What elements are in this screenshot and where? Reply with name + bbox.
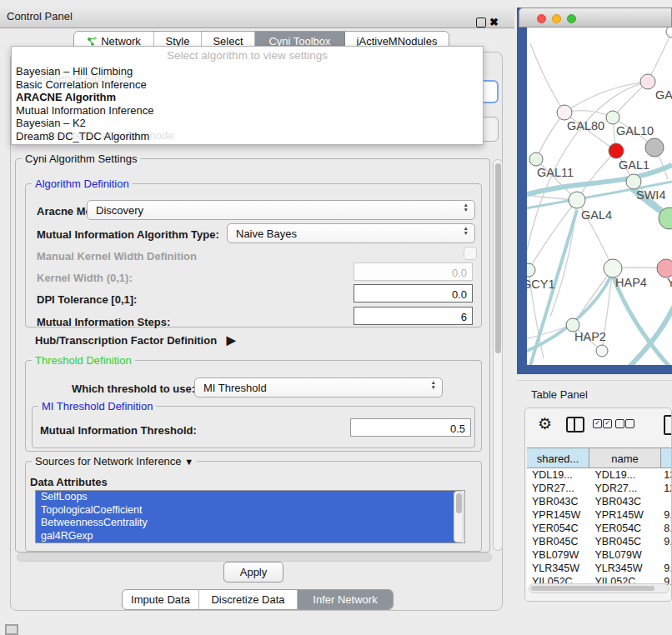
algorithm-option[interactable]: Bayesian – K2 xyxy=(12,117,483,130)
algorithm-placeholder: Select algorithm to view settings xyxy=(12,47,483,65)
kernel-width-input[interactable] xyxy=(354,262,473,281)
table-cell: 12 xyxy=(661,482,672,495)
table-row[interactable]: YLR345WYLR345W9. xyxy=(527,562,672,575)
tab-label: Discretize Data xyxy=(211,593,284,606)
algorithm-option[interactable]: Dream8 DC_TDC Algorithm xyxy=(12,130,483,143)
table-cell: YLR345W xyxy=(527,562,590,575)
network-node[interactable] xyxy=(645,138,664,157)
network-node[interactable] xyxy=(527,263,535,277)
table-row[interactable]: YBL079WYBL079W xyxy=(527,548,672,562)
table-cell: 13 xyxy=(661,468,672,482)
table-cell: YPR145W xyxy=(590,508,662,522)
data-attribute-item[interactable]: TopologicalCoefficient xyxy=(36,504,459,518)
control-panel-titlebar[interactable]: Control Panel ✖ xyxy=(0,7,514,28)
apply-button[interactable]: Apply xyxy=(223,562,283,582)
manual-kernel-checkbox[interactable] xyxy=(464,247,477,260)
checked-checkbox-icon[interactable]: ✓ xyxy=(593,419,602,428)
split-columns-icon[interactable] xyxy=(566,417,584,432)
network-node[interactable] xyxy=(666,28,672,38)
stepper-icon: ▲▼ xyxy=(431,380,436,389)
settings-scrollbar-thumb[interactable] xyxy=(495,163,501,353)
tab-infer-network[interactable]: Infer Network xyxy=(298,590,393,609)
network-node[interactable] xyxy=(640,74,655,89)
network-node[interactable] xyxy=(604,259,622,278)
mi-threshold-input[interactable] xyxy=(350,418,471,437)
dock-panel-icon[interactable] xyxy=(5,624,18,635)
algorithm-option[interactable]: Bayesian – Hill Climbing xyxy=(12,65,483,78)
table-row[interactable]: YBR045CYBR045C9. xyxy=(527,535,672,548)
network-node[interactable] xyxy=(557,105,572,120)
tab-discretize-data[interactable]: Discretize Data xyxy=(199,590,298,609)
table-row[interactable]: YBR043CYBR043C xyxy=(527,495,672,508)
which-threshold-select[interactable]: MI Threshold ▲▼ xyxy=(194,378,443,398)
table-panel-divider xyxy=(517,380,672,381)
table-column-header[interactable] xyxy=(661,448,672,468)
dpi-tolerance-input[interactable] xyxy=(354,284,473,302)
network-node-label: Y xyxy=(667,276,672,289)
algorithm-option[interactable]: Mutual Information Inference xyxy=(12,104,483,118)
algorithm-option[interactable]: Basic Correlation Inference xyxy=(12,78,483,92)
table-cell: YBL079W xyxy=(527,548,590,562)
data-attribute-item[interactable]: gal4RGexp xyxy=(36,530,459,543)
manual-kernel-label: Manual Kernel Width Definition xyxy=(37,250,197,262)
network-node[interactable] xyxy=(657,259,672,278)
collapsed-arrow-icon: ▶ xyxy=(227,333,236,347)
float-panel-icon[interactable] xyxy=(476,18,486,28)
table-row[interactable]: YDL19...YDL19...13 xyxy=(527,468,672,482)
network-node[interactable] xyxy=(606,111,619,124)
table-column-header[interactable]: name xyxy=(589,448,661,468)
aracne-mode-select[interactable]: Discovery ▲▼ xyxy=(87,200,475,220)
algorithm-definition-title: Algorithm Definition xyxy=(32,178,133,190)
algorithm-option[interactable]: ARACNE Algorithm xyxy=(12,91,483,104)
settings-scrollbar[interactable] xyxy=(493,159,503,551)
zoom-window-icon[interactable] xyxy=(567,14,576,23)
hub-section-toggle[interactable]: Hub/Transcription Factor Definition ▶ xyxy=(35,333,236,347)
data-attributes-list[interactable]: SelfLoopsTopologicalCoefficientBetweenne… xyxy=(35,490,465,543)
network-node-label: HAP2 xyxy=(574,330,606,343)
table-cell xyxy=(661,548,672,562)
table-column-header[interactable]: shared... xyxy=(527,448,589,468)
network-node-label: GAL4 xyxy=(581,208,612,222)
network-edge[interactable] xyxy=(564,82,648,112)
network-node[interactable] xyxy=(529,152,543,166)
minimize-window-icon[interactable] xyxy=(552,14,561,23)
threshold-definition-title: Threshold Definition xyxy=(32,354,135,367)
tab-label: Impute Data xyxy=(131,593,190,606)
attributes-scrollbar-thumb[interactable] xyxy=(456,493,462,513)
checked-checkbox-icon[interactable]: ✓ xyxy=(603,419,612,428)
table-cell: YPR145W xyxy=(527,508,590,522)
network-node[interactable] xyxy=(609,143,624,158)
screen: Control Panel ✖ NetworkStyleSelectCyni T… xyxy=(0,0,672,635)
mi-steps-input[interactable] xyxy=(354,307,473,325)
network-canvas[interactable]: GAL8GAL80GAL10GAL1GAL11SWI4GAL4GCY1HAP4Y… xyxy=(527,28,672,365)
network-node[interactable] xyxy=(626,174,641,189)
network-edge[interactable] xyxy=(530,43,564,112)
network-edge[interactable] xyxy=(536,112,564,159)
attributes-list-scrollbar[interactable] xyxy=(454,491,464,542)
table-row[interactable]: YDR27...YDR27...12 xyxy=(527,482,672,495)
table-row[interactable]: YPR145WYPR145W9. xyxy=(527,508,672,522)
network-node[interactable] xyxy=(569,192,585,208)
close-panel-icon[interactable]: ✖ xyxy=(489,16,499,28)
data-attribute-item[interactable]: SelfLoops xyxy=(36,491,459,504)
tab-impute-data[interactable]: Impute Data xyxy=(123,590,199,609)
unchecked-checkbox-icon[interactable] xyxy=(615,419,624,428)
table-horizontal-scrollbar[interactable] xyxy=(529,583,669,593)
settings-horizontal-scrollbar[interactable] xyxy=(17,552,492,562)
dpi-tolerance-label: DPI Tolerance [0,1]: xyxy=(37,293,137,306)
stepper-icon: ▲▼ xyxy=(464,202,469,212)
network-node-label: SWI4 xyxy=(636,188,665,202)
table-hscroll-thumb[interactable] xyxy=(531,586,654,591)
table-row[interactable]: YER054CYER054C8. xyxy=(527,522,672,535)
mi-type-select[interactable]: Naive Bayes ▲▼ xyxy=(227,223,475,243)
network-window-titlebar[interactable] xyxy=(519,8,672,28)
gear-icon[interactable]: ⚙ xyxy=(538,414,552,433)
sources-group-toggle[interactable]: Sources for Network Inference ▼ xyxy=(32,455,197,468)
data-attribute-item[interactable]: BetweennessCentrality xyxy=(36,517,459,530)
network-node-label: GAL11 xyxy=(537,166,574,179)
expanded-arrow-icon: ▼ xyxy=(184,457,193,467)
network-node[interactable] xyxy=(596,345,608,357)
unchecked-checkbox-icon[interactable] xyxy=(625,419,634,428)
close-window-icon[interactable] xyxy=(537,14,546,23)
new-table-icon[interactable] xyxy=(664,415,672,435)
